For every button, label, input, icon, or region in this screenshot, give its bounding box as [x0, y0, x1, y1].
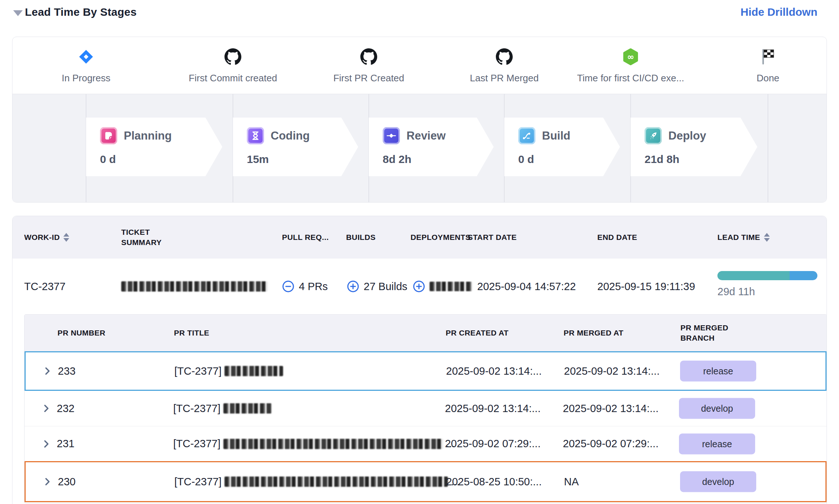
sort-icon[interactable]	[764, 233, 770, 242]
sort-icon[interactable]	[63, 233, 69, 242]
col-pr-number: PR NUMBER	[57, 315, 105, 351]
col-deployments: DEPLOYMENTS	[411, 216, 471, 259]
pr-title: [TC-2377]	[173, 391, 275, 426]
stage-chevron-build[interactable]: Build 0 d	[504, 118, 620, 176]
col-label: PULL REQ...	[282, 233, 329, 242]
commit-node-icon	[383, 127, 400, 144]
lead-time-bar-segment-blue	[790, 271, 817, 280]
row-expand-caret[interactable]	[42, 352, 52, 390]
hide-drilldown-link[interactable]: Hide Drilldown	[740, 6, 817, 18]
branch-badge[interactable]: develop	[679, 398, 755, 419]
planning-icon	[100, 127, 117, 144]
redacted-text	[223, 403, 272, 414]
lead-time-table-panel: WORK-ID TICKET SUMMARY PULL REQ... BUILD…	[12, 216, 827, 504]
pr-number: 230	[58, 462, 75, 501]
col-label: END DATE	[597, 233, 637, 242]
milestone-in-progress: In Progress	[12, 47, 163, 84]
col-ticket-summary: TICKET SUMMARY	[121, 216, 180, 259]
stages-panel: In Progress First Commit created First P…	[12, 37, 827, 203]
expand-builds-button[interactable]	[347, 280, 359, 293]
pr-created-at: 2025-09-02 13:14:...	[446, 352, 542, 390]
stage-name: Deploy	[668, 129, 706, 142]
col-builds: BUILDS	[346, 216, 376, 259]
col-work-id[interactable]: WORK-ID	[24, 216, 69, 259]
end-date-cell: 2025-09-15 19:11:39	[597, 259, 695, 314]
col-pr-created-at: PR CREATED AT	[446, 315, 509, 351]
column-divider	[768, 94, 768, 203]
col-pr-merged-at: PR MERGED AT	[564, 315, 623, 351]
deployments-cell	[413, 259, 473, 314]
lead-time-drilldown-view: Lead Time By Stages Hide Drilldown In Pr…	[0, 0, 839, 504]
col-label: TICKET SUMMARY	[121, 227, 180, 248]
stage-duration: 21d 8h	[645, 153, 757, 166]
github-icon	[224, 47, 241, 66]
pr-number: 232	[57, 391, 74, 426]
work-item-row: TC-2377 4 PRs 27 Builds	[12, 259, 827, 314]
expand-deployments-button[interactable]	[413, 280, 425, 293]
pr-row-233[interactable]: 233 [TC-2377] 2025-09-02 13:14:... 2025-…	[25, 351, 827, 391]
row-expand-caret[interactable]	[41, 391, 51, 426]
pr-created-at: 2025-09-02 13:14:...	[445, 391, 541, 426]
col-label: DEPLOYMENTS	[411, 233, 471, 242]
chevron-right-icon	[42, 477, 52, 487]
col-lead-time[interactable]: LEAD TIME	[717, 216, 770, 259]
milestone-label: Done	[691, 73, 827, 84]
work-id-cell: TC-2377	[24, 259, 66, 314]
col-label: START DATE	[468, 233, 517, 242]
stage-name: Coding	[271, 129, 310, 142]
col-label: BUILDS	[346, 233, 376, 242]
pr-row-230[interactable]: 230 [TC-2377] ... 2025-08-25 10:50:... N…	[25, 461, 827, 502]
row-expand-caret[interactable]	[42, 462, 52, 501]
work-table-header: WORK-ID TICKET SUMMARY PULL REQ... BUILD…	[12, 216, 827, 259]
branch-badge[interactable]: release	[679, 433, 755, 454]
hourglass-icon	[247, 127, 264, 144]
cicd-infinity-icon: ∞	[622, 47, 639, 66]
redacted-text	[430, 282, 473, 291]
pr-title: [TC-2377]	[174, 352, 286, 390]
section-header: Lead Time By Stages Hide Drilldown	[0, 0, 839, 26]
stage-name: Review	[406, 129, 446, 142]
collapse-prs-button[interactable]	[282, 280, 294, 293]
github-icon	[496, 47, 513, 66]
stage-duration: 8d 2h	[383, 153, 494, 166]
col-pull-requests: PULL REQ...	[282, 216, 329, 259]
svg-text:∞: ∞	[627, 52, 634, 62]
stage-duration: 15m	[247, 153, 358, 166]
milestone-label: First Commit created	[156, 73, 310, 84]
pr-table-header: PR NUMBER PR TITLE PR CREATED AT PR MERG…	[25, 315, 827, 351]
pull-requests-cell: 4 PRs	[282, 259, 328, 314]
stage-chevron-coding[interactable]: Coding 15m	[233, 118, 358, 176]
checkered-flag-icon	[760, 47, 776, 66]
row-expand-caret[interactable]	[41, 426, 51, 461]
ticket-summary-cell	[121, 259, 268, 314]
pr-merged-at: 2025-09-02 07:29:...	[563, 426, 658, 461]
redacted-text	[224, 477, 448, 487]
milestone-done: Done	[691, 47, 827, 84]
stage-name: Build	[542, 129, 571, 142]
rocket-icon	[645, 127, 662, 144]
stage-chevron-planning[interactable]: Planning 0 d	[86, 118, 222, 176]
branch-badge[interactable]: release	[680, 361, 756, 382]
pr-number: 233	[58, 352, 75, 390]
stage-chevron-review[interactable]: Review 8d 2h	[369, 118, 494, 176]
pr-row-232[interactable]: 232 [TC-2377] 2025-09-02 13:14:... 2025-…	[25, 391, 827, 426]
pr-title-prefix: [TC-2377]	[174, 365, 222, 377]
start-date-cell: 2025-09-04 14:57:22	[477, 259, 576, 314]
pr-title-prefix: [TC-2377]	[174, 476, 222, 488]
milestone-first-pr: First PR Created	[292, 47, 446, 84]
pipeline-curve-icon	[518, 127, 535, 144]
lead-time-bar-segment-teal	[717, 271, 790, 280]
col-pr-title: PR TITLE	[174, 315, 209, 351]
builds-cell: 27 Builds	[347, 259, 407, 314]
collapse-caret-icon[interactable]	[13, 10, 23, 16]
pr-title: [TC-2377] ...	[174, 462, 460, 501]
stage-chevron-deploy[interactable]: Deploy 21d 8h	[631, 118, 757, 176]
stage-duration: 0 d	[518, 153, 620, 166]
builds-count-label: 27 Builds	[364, 281, 407, 293]
pr-row-231[interactable]: 231 [TC-2377] ... 2025-09-02 07:29:... 2…	[25, 426, 827, 461]
redacted-text	[224, 366, 283, 376]
branch-badge[interactable]: develop	[680, 471, 756, 492]
pr-merged-at: 2025-09-02 13:14:...	[564, 352, 660, 390]
chevron-right-icon	[42, 366, 52, 376]
col-label: LEAD TIME	[717, 233, 760, 242]
